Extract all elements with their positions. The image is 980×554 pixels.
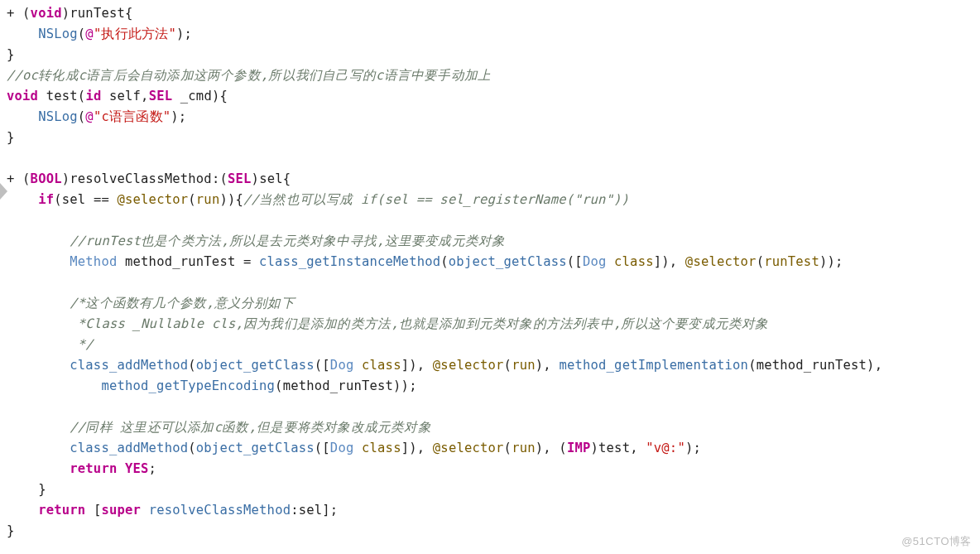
code-line: } [7,130,15,145]
code-line: method_getTypeEncoding(method_runTest)); [7,378,417,393]
code-line: /*这个函数有几个参数,意义分别如下 [7,296,295,311]
code-block: + (void)runTest{ NSLog(@"执行此方法"); } //oc… [0,0,980,542]
code-line: */ [7,337,94,352]
code-line: + (BOOL)resolveClassMethod:(SEL)sel{ [7,171,291,186]
code-line: } [7,482,46,497]
code-line: //oc转化成c语言后会自动添加这两个参数,所以我们自己写的c语言中要手动加上 [7,68,491,83]
code-line: } [7,523,15,538]
code-line: class_addMethod(object_getClass([Dog cla… [7,441,701,455]
code-line: return YES; [7,461,156,476]
breakpoint-marker [0,183,7,200]
code-line: if(sel == @selector(run)){//当然也可以写成 if(s… [7,192,629,207]
code-line: //同样 这里还可以添加c函数,但是要将类对象改成元类对象 [7,420,431,435]
code-line: + (void)runTest{ [7,6,133,21]
code-line: *Class _Nullable cls,因为我们是添加的类方法,也就是添加到元… [7,316,769,331]
code-line: } [7,47,15,62]
code-line: return [super resolveClassMethod:sel]; [7,503,338,518]
code-line: NSLog(@"c语言函数"); [7,109,186,124]
code-line: void test(id self,SEL _cmd){ [7,89,228,104]
code-line: Method method_runTest = class_getInstanc… [7,254,843,269]
code-line: //runTest也是个类方法,所以是去元类对象中寻找,这里要变成元类对象 [7,234,505,248]
code-line: NSLog(@"执行此方法"); [7,26,192,41]
code-line: class_addMethod(object_getClass([Dog cla… [7,358,882,373]
watermark: @51CTO博客 [901,534,972,549]
